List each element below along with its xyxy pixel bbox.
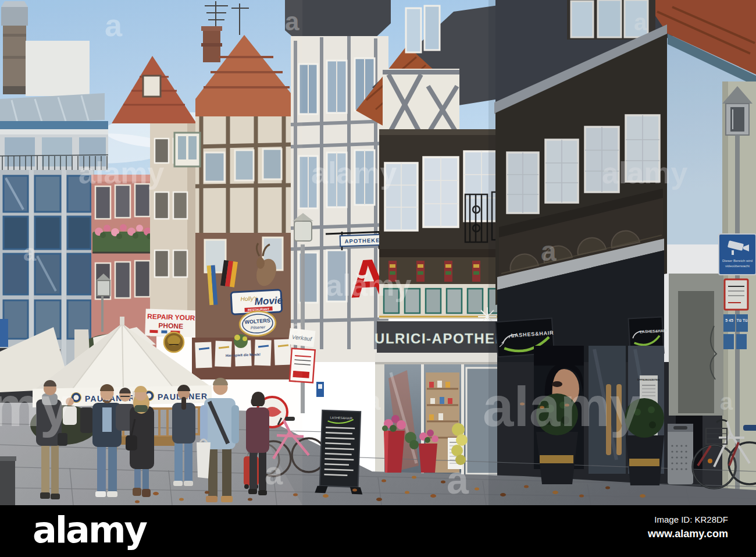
alamy-url: www.alamy.com bbox=[648, 528, 728, 540]
svg-text:a: a bbox=[366, 386, 381, 415]
apotheke-small-text: APOTHEKE bbox=[344, 237, 380, 244]
alamy-logo: alamy bbox=[33, 509, 146, 551]
stock-photo-page: REPAIR YOUR PHONE bbox=[0, 0, 756, 557]
alamy-footer-bar: alamy Image ID: KR28DF www.alamy.com bbox=[0, 505, 756, 557]
image-id-label: Image ID: KR28DF bbox=[648, 515, 728, 524]
svg-text:a: a bbox=[447, 457, 469, 502]
svg-text:alamy: alamy bbox=[311, 156, 397, 190]
menu-board: LASHES&HAIR bbox=[315, 410, 365, 495]
street-photo: REPAIR YOUR PHONE bbox=[0, 0, 756, 505]
svg-text:alamy: alamy bbox=[326, 268, 412, 302]
sunlight-overlay bbox=[0, 0, 302, 505]
shade-overlay bbox=[488, 0, 756, 505]
